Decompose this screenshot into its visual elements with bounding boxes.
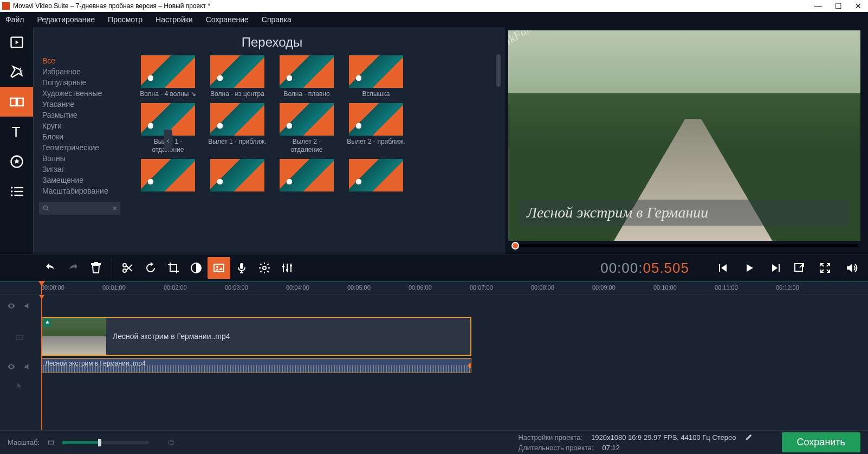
thumb-image [210,159,264,191]
category-item[interactable]: Зигзаг [39,164,131,175]
panel-scrollbar[interactable] [496,54,501,87]
clear-search-icon[interactable]: × [113,204,117,213]
svg-point-7 [10,187,12,189]
menu-Просмотр[interactable]: Просмотр [108,15,142,24]
timeline-ruler[interactable]: 00:00:0000:01:0000:02:0000:03:0000:04:00… [0,282,868,295]
project-settings-label: Настройки проекта: [518,433,582,442]
ruler-tick: 00:01:00 [102,284,126,291]
menu-Справка[interactable]: Справка [262,15,292,24]
svg-rect-26 [49,441,54,444]
category-item[interactable]: Круги [39,120,131,131]
category-item[interactable]: Все [39,55,131,66]
maximize-button[interactable]: ☐ [835,2,842,10]
transition-thumb[interactable]: Волна - из центра [207,55,268,98]
category-item[interactable]: Замещение [39,175,131,186]
thumb-image [210,103,264,136]
menu-Файл[interactable]: Файл [5,15,24,24]
close-button[interactable]: ✕ [855,2,861,10]
panel-title: Переходы [39,33,505,55]
collapse-categories[interactable]: ‹ [164,130,172,151]
eye-icon[interactable] [7,362,16,371]
menu-Сохранение[interactable]: Сохранение [206,15,249,24]
thumb-image [280,55,334,88]
category-item[interactable]: Угасание [39,99,131,110]
audio-properties-button[interactable] [276,257,299,279]
rotate-button[interactable] [139,257,162,279]
audio-clip[interactable]: Лесной экстрим в Германии..mp4 [41,358,471,373]
transition-thumb[interactable]: Волна - 4 волны ↘ [138,55,198,98]
zoom-out-icon[interactable] [47,439,55,446]
record-audio-button[interactable] [230,257,253,279]
settings-button[interactable] [253,257,276,279]
transition-thumb[interactable]: Вспышка [346,55,406,98]
zoom-fit-icon[interactable] [167,439,175,446]
clip-properties-button[interactable] [208,257,230,279]
menubar: ФайлРедактированиеПросмотрНастройкиСохра… [0,12,868,27]
media-tab[interactable] [0,27,33,57]
svg-rect-27 [169,441,174,444]
category-item[interactable]: Художественные [39,88,131,99]
category-item[interactable]: Размытие [39,110,131,120]
next-frame-button[interactable] [765,257,788,279]
fullscreen-button[interactable] [814,257,837,279]
thumb-label: Вылет 2 - приближ. [347,138,405,145]
transition-thumb[interactable] [207,159,268,194]
transition-thumb[interactable]: Вылет 1 - приближ. [207,103,268,154]
detach-preview-button[interactable] [788,257,811,279]
playhead[interactable] [41,282,42,295]
category-item[interactable]: Масштабирование [39,186,131,196]
preview-video[interactable]: JkFam Лесной экстрим в Германии [508,30,860,241]
filters-tab[interactable] [0,57,33,87]
play-button[interactable] [738,257,761,279]
titles-tab[interactable]: T [0,117,33,146]
prev-frame-button[interactable] [711,257,734,279]
transition-thumb[interactable] [346,159,406,194]
undo-button[interactable] [39,257,62,279]
mute-icon[interactable] [23,302,32,310]
svg-text:T: T [11,124,20,139]
thumb-label: Волна - 4 волны ↘ [140,90,196,98]
thumb-image [141,55,195,88]
color-button[interactable] [185,257,208,279]
category-item[interactable]: Избранное [39,66,131,77]
seek-handle[interactable] [511,242,519,250]
transitions-tab[interactable] [0,87,33,117]
window-title: Movavi Video Suite – 7-дневная пробная в… [13,2,814,10]
edit-settings-icon[interactable] [745,433,753,441]
ruler-tick: 00:02:00 [164,284,187,291]
mute-icon[interactable] [23,362,32,371]
split-button[interactable] [116,257,139,279]
playhead-line[interactable] [41,295,42,430]
crop-button[interactable] [162,257,185,279]
zoom-slider[interactable] [62,441,149,444]
timeline[interactable]: Лесной экстрим в Германии..mp4 Лесной эк… [0,295,868,430]
video-clip[interactable]: Лесной экстрим в Германии..mp4 [41,317,471,356]
category-item[interactable]: Геометрические [39,142,131,153]
category-item[interactable]: Волны [39,153,131,164]
menu-Настройки[interactable]: Настройки [156,15,193,24]
ruler-tick: 00:12:00 [776,284,799,291]
transition-thumb[interactable]: Вылет 2 - приближ. [346,103,406,154]
seek-bar[interactable] [508,241,860,251]
svg-rect-10 [14,190,23,191]
category-search[interactable]: × [39,202,120,215]
more-tab[interactable] [0,176,33,206]
transition-thumb[interactable] [138,159,198,194]
category-item[interactable]: Блоки [39,131,131,142]
transition-thumb[interactable]: Волна - плавно [276,55,337,98]
eye-icon[interactable] [7,302,16,310]
ruler-tick: 00:06:00 [409,284,432,291]
save-button[interactable]: Сохранить [782,432,860,452]
transition-thumb[interactable]: Вылет 2 - отдаление [276,103,337,154]
redo-button[interactable] [62,257,85,279]
minimize-button[interactable]: — [814,2,822,10]
delete-button[interactable] [85,257,107,279]
svg-point-18 [216,266,218,268]
pointer-icon [15,382,24,391]
transition-thumb[interactable] [276,159,337,194]
clip-handle[interactable] [468,363,471,368]
category-item[interactable]: Популярные [39,77,131,88]
volume-button[interactable] [840,257,863,279]
stickers-tab[interactable] [0,146,33,176]
menu-Редактирование[interactable]: Редактирование [37,15,95,24]
